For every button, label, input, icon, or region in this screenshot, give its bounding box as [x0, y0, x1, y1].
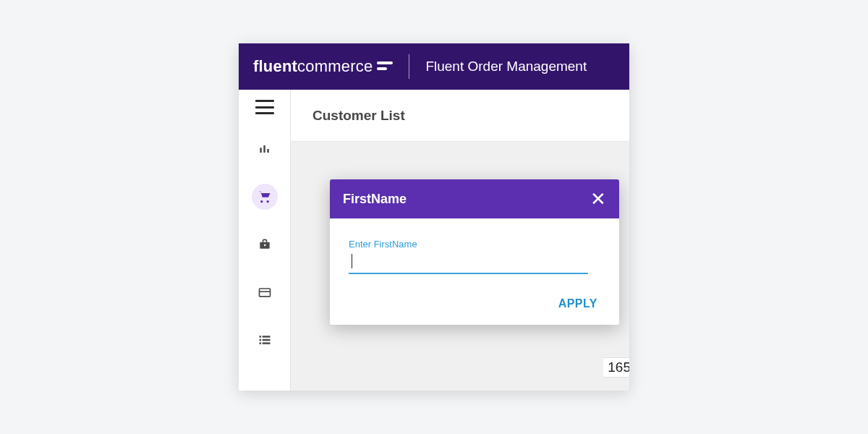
field-label: Enter FirstName	[349, 239, 600, 250]
filter-popover: FirstName ✕ Enter FirstName APPLY	[330, 179, 619, 325]
svg-rect-11	[259, 342, 261, 344]
top-banner: fluentcommerce Fluent Order Management	[239, 43, 629, 90]
brand-light: commerce	[297, 57, 373, 76]
svg-rect-10	[262, 339, 270, 341]
apply-button[interactable]: APPLY	[558, 297, 597, 310]
card-icon[interactable]	[252, 279, 278, 305]
popover-actions: APPLY	[330, 281, 619, 325]
brand-logo: fluentcommerce	[253, 57, 393, 76]
popover-title: FirstName	[343, 192, 407, 207]
dashboard-icon[interactable]	[252, 136, 278, 162]
svg-rect-8	[262, 336, 270, 338]
app-window: fluentcommerce Fluent Order Management	[239, 43, 629, 391]
firstname-input[interactable]	[349, 251, 588, 274]
svg-rect-9	[259, 339, 261, 341]
brand-mark-icon	[377, 61, 393, 72]
svg-rect-0	[260, 148, 262, 153]
sidebar	[239, 90, 291, 391]
svg-rect-2	[267, 149, 269, 153]
popover-header: FirstName ✕	[330, 179, 619, 218]
app-title: Fluent Order Management	[425, 59, 587, 75]
page-title: Customer List	[312, 108, 405, 124]
brand-bold: fluent	[253, 57, 297, 76]
briefcase-icon[interactable]	[252, 231, 278, 258]
menu-icon[interactable]	[255, 100, 274, 114]
svg-rect-7	[259, 336, 261, 338]
list-icon[interactable]	[252, 327, 278, 353]
banner-divider	[409, 54, 409, 79]
cart-icon[interactable]	[252, 184, 278, 210]
svg-rect-5	[259, 289, 270, 297]
popover-body: Enter FirstName	[330, 218, 619, 281]
page-header: Customer List	[291, 90, 629, 142]
svg-rect-12	[262, 342, 270, 344]
svg-rect-1	[263, 145, 265, 153]
close-icon[interactable]: ✕	[590, 190, 606, 208]
text-caret	[352, 254, 352, 268]
table-cell-fragment: 165	[603, 357, 629, 378]
